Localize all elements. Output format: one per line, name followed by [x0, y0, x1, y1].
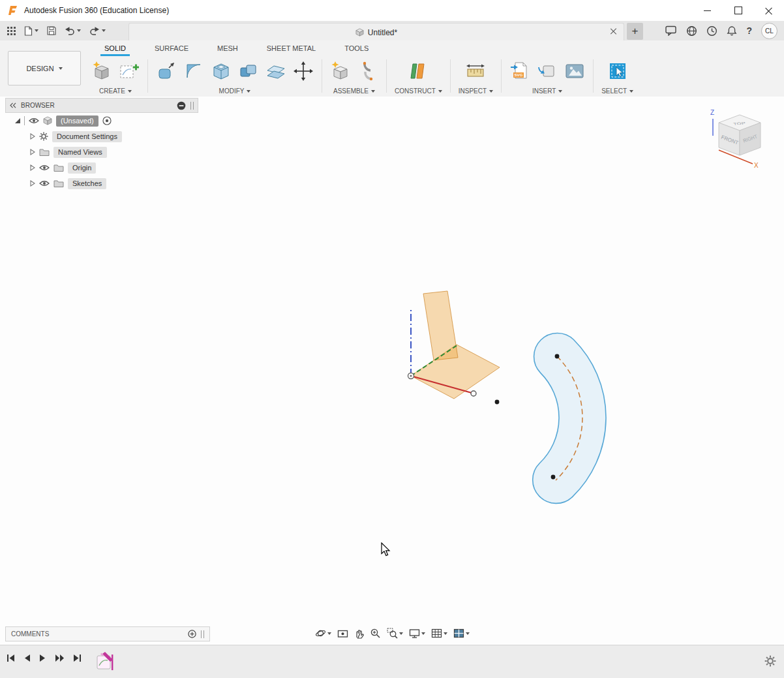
folder-icon	[53, 179, 64, 187]
tab-surface[interactable]: SURFACE	[140, 40, 203, 56]
user-avatar[interactable]: CL	[761, 23, 777, 39]
visibility-eye-icon[interactable]	[39, 164, 50, 171]
collapsed-arrow-icon[interactable]	[30, 180, 35, 187]
step-forward-button[interactable]	[55, 654, 65, 662]
viewcube-z-label: Z	[710, 109, 714, 116]
document-tab[interactable]: Untitled*	[128, 23, 624, 41]
tab-tools[interactable]: TOOLS	[330, 40, 383, 56]
timeline-settings-gear-icon[interactable]	[764, 655, 776, 667]
ribbon: DESIGN SOLID SURFACE MESH SHEET METAL TO…	[0, 40, 784, 97]
play-button[interactable]	[39, 654, 46, 662]
group-create-menu[interactable]: CREATE	[99, 86, 132, 96]
fillet-button[interactable]	[183, 61, 204, 82]
browser-item-label[interactable]: Named Views	[53, 147, 107, 158]
maximize-button[interactable]	[723, 0, 753, 21]
joint-button[interactable]	[357, 61, 378, 82]
add-comment-icon[interactable]	[188, 630, 196, 638]
new-component-button[interactable]	[330, 61, 351, 82]
browser-minimize-icon[interactable]	[177, 101, 186, 110]
panel-grip[interactable]	[190, 102, 194, 110]
comments-panel-button[interactable]	[665, 25, 677, 36]
go-to-end-button[interactable]	[73, 654, 82, 662]
combine-button[interactable]	[238, 61, 259, 82]
visibility-eye-icon[interactable]	[39, 180, 50, 187]
origin-plane-xz[interactable]	[423, 291, 458, 360]
collapse-chevrons-icon[interactable]	[10, 102, 16, 108]
browser-item-named-views[interactable]: Named Views	[5, 144, 198, 160]
orbit-button[interactable]	[315, 628, 331, 639]
notifications-button[interactable]	[727, 25, 737, 37]
group-inspect-menu[interactable]: INSPECT	[459, 86, 493, 96]
sketch-point[interactable]	[555, 354, 560, 359]
dropdown-caret-icon	[247, 90, 250, 93]
group-modify-menu[interactable]: MODIFY	[219, 86, 251, 96]
job-status-button[interactable]	[706, 25, 717, 37]
browser-item-origin[interactable]: Origin	[5, 160, 198, 176]
zoom-window-button[interactable]	[387, 628, 403, 639]
browser-item-sketches[interactable]: Sketches	[5, 176, 198, 191]
collapsed-arrow-icon[interactable]	[30, 164, 35, 171]
insert-derive-button[interactable]	[537, 61, 558, 82]
tab-solid[interactable]: SOLID	[90, 40, 140, 56]
dropdown-caret-icon	[35, 29, 38, 32]
insert-svg-button[interactable]: SVG	[509, 61, 530, 82]
move-copy-button[interactable]	[293, 61, 314, 82]
collapsed-arrow-icon[interactable]	[30, 133, 35, 140]
visibility-eye-icon[interactable]	[29, 117, 39, 124]
group-select-menu[interactable]: SELECT	[601, 86, 633, 96]
browser-item-label[interactable]: Sketches	[68, 178, 106, 189]
timeline-sketch-feature[interactable]	[96, 651, 115, 671]
step-back-button[interactable]	[23, 654, 31, 662]
app-grid-button[interactable]	[4, 23, 19, 39]
modeling-canvas[interactable]: TOP FRONT RIGHT Z X BROWSER	[0, 97, 784, 645]
grid-snaps-button[interactable]	[431, 628, 447, 638]
save-button[interactable]	[44, 23, 59, 39]
sketch-profile-bean[interactable]	[533, 333, 606, 503]
view-cube[interactable]: TOP FRONT RIGHT Z X	[701, 106, 772, 171]
sketch-point[interactable]	[495, 400, 500, 405]
browser-root-label[interactable]: (Unsaved)	[56, 116, 98, 127]
shell-button[interactable]	[211, 61, 232, 82]
help-button[interactable]: ?	[746, 25, 752, 36]
panel-grip[interactable]	[201, 630, 204, 638]
web-button[interactable]	[686, 25, 697, 37]
look-at-button[interactable]	[337, 628, 348, 639]
select-button[interactable]	[607, 61, 628, 82]
pan-button[interactable]	[354, 628, 364, 639]
browser-header[interactable]: BROWSER	[5, 98, 198, 113]
group-construct-menu[interactable]: CONSTRUCT	[395, 86, 442, 96]
offset-plane-button[interactable]	[265, 61, 286, 82]
undo-button[interactable]	[61, 23, 84, 39]
display-settings-button[interactable]	[409, 628, 425, 639]
zoom-button[interactable]	[370, 628, 381, 639]
viewports-button[interactable]	[453, 628, 470, 638]
tab-mesh[interactable]: MESH	[203, 40, 252, 56]
create-sketch-button[interactable]	[119, 61, 140, 82]
workspace-switcher-button[interactable]: DESIGN	[8, 51, 81, 85]
construct-plane-button[interactable]	[408, 61, 429, 82]
create-form-button[interactable]	[91, 61, 112, 82]
browser-item-document-settings[interactable]: Document Settings	[5, 129, 198, 144]
browser-item-label[interactable]: Origin	[68, 162, 96, 174]
measure-button[interactable]	[465, 61, 486, 82]
new-document-tab-button[interactable]: +	[627, 23, 643, 40]
comments-bar[interactable]: COMMENTS	[5, 626, 210, 641]
file-menu-button[interactable]	[21, 23, 42, 39]
expand-arrow-icon[interactable]	[15, 118, 20, 123]
tab-sheet-metal[interactable]: SHEET METAL	[252, 40, 330, 56]
sketch-point[interactable]	[551, 475, 556, 480]
group-assemble-menu[interactable]: ASSEMBLE	[333, 86, 375, 96]
document-tab-close-button[interactable]	[610, 28, 618, 36]
canvas-button[interactable]	[564, 61, 585, 82]
redo-button[interactable]	[86, 23, 109, 39]
browser-item-label[interactable]: Document Settings	[52, 131, 122, 142]
activate-radio-icon[interactable]	[102, 116, 112, 125]
collapsed-arrow-icon[interactable]	[30, 149, 35, 155]
minimize-button[interactable]	[692, 0, 723, 21]
axis-endpoint-handle[interactable]	[471, 391, 476, 396]
go-to-start-button[interactable]	[7, 654, 15, 662]
group-insert-menu[interactable]: INSERT	[532, 86, 563, 96]
browser-root-row[interactable]: (Unsaved)	[5, 113, 198, 129]
close-button[interactable]	[753, 0, 784, 21]
press-pull-button[interactable]	[156, 61, 177, 82]
